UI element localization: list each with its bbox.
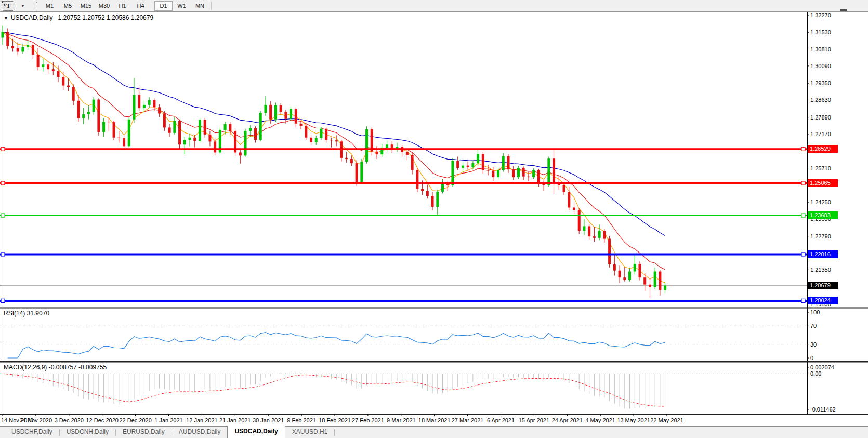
tab-usdchf[interactable]: USDCHF,Daily [5,427,59,438]
date-label: 22 May 2021 [650,417,683,424]
chart-title: ▼USDCAD,Daily1.20752 1.20752 1.20586 1.2… [4,14,153,21]
hline-price-tag: 1.23683 [808,211,838,219]
tab-xauusd[interactable]: XAUUSD,H1 [285,427,335,438]
date-label: 15 Apr 2021 [519,417,549,424]
date-label: 6 Apr 2021 [487,417,515,424]
date-label: 12 Jan 2021 [186,417,218,424]
hline-price-tag: 1.20024 [808,297,838,304]
tab-usdcnh[interactable]: USDCNH,Daily [60,427,115,438]
date-label: 27 Mar 2021 [452,417,484,424]
date-label: 24 Apr 2021 [552,417,583,424]
tab-audusd[interactable]: AUDUSD,Daily [172,427,228,438]
price-tick-label: 1.27890 [810,114,831,121]
symbol-label: USDCAD,Daily [11,14,53,21]
price-tick-label: 1.27170 [810,130,831,138]
hline-price-tag: 1.22016 [808,250,838,258]
date-label: 9 Feb 2021 [287,417,316,424]
date-label: 4 May 2021 [585,417,615,424]
tab-usdcad-active[interactable]: USDCAD,Daily [227,426,285,438]
rsi-tick-label: 0 [810,354,813,362]
chart-scrollbar-thumb[interactable] [840,9,847,11]
macd-tick-label: 0.00 [810,370,821,377]
date-label: 13 May 2021 [617,417,650,424]
date-label: 21 Jan 2021 [219,417,251,424]
macd-tick-label: -0.011462 [810,406,836,413]
price-tick-label: 1.22790 [810,233,831,240]
date-label: 9 Mar 2021 [387,417,416,424]
rsi-label: RSI(14) 31.9070 [4,310,49,317]
price-tick-label: 1.31530 [810,29,831,36]
price-tick-label: 1.30090 [810,62,831,70]
chart-canvas [0,0,868,426]
rsi-tick-label: 100 [810,309,820,316]
hline-price-tag: 1.25065 [808,179,838,187]
hline-price-tag: 1.26529 [808,145,838,153]
date-label: 18 Mar 2021 [418,417,451,424]
rsi-value: 31.9070 [27,310,49,317]
date-label: 30 Jan 2021 [253,417,284,424]
price-tick-label: 1.30810 [810,46,831,53]
date-label: 3 Dec 2020 [55,417,84,424]
rsi-tick-label: 30 [810,341,817,348]
macd-values: -0.008757 -0.009755 [49,364,107,371]
price-tick-label: 1.21350 [810,266,831,273]
rsi-tick-label: 70 [810,322,817,329]
tab-eurusd[interactable]: EURUSD,Daily [116,427,172,438]
date-label: 27 Feb 2021 [352,417,384,424]
ohlc-values: 1.20752 1.20752 1.20586 1.20679 [58,14,154,21]
price-tick-label: 1.24250 [810,198,831,206]
price-tick-label: 1.29350 [810,79,831,87]
date-label: 22 Dec 2020 [119,417,151,424]
date-label: 18 Feb 2021 [319,417,351,424]
date-label: 1 Jan 2021 [154,417,182,424]
tab-separator [334,429,335,436]
symbol-tabbar: USDCHF,Daily USDCNH,Daily EURUSD,Daily A… [0,426,868,438]
price-tick-label: 1.28630 [810,96,831,103]
date-label: 24 Nov 2020 [20,417,52,424]
date-label: 12 Dec 2020 [86,417,118,424]
trading-terminal: T ▼ M1 M5 M15 M30 H1 H4 D1 W1 MN ▼USDC [0,0,868,438]
current-price-tag: 1.20679 [808,282,838,289]
macd-label: MACD(12,26,9) -0.008757 -0.009755 [4,364,107,371]
collapse-chart-icon[interactable]: ▼ [4,16,8,21]
price-tick-label: 1.32270 [810,11,831,19]
price-tick-label: 1.25710 [810,165,831,172]
